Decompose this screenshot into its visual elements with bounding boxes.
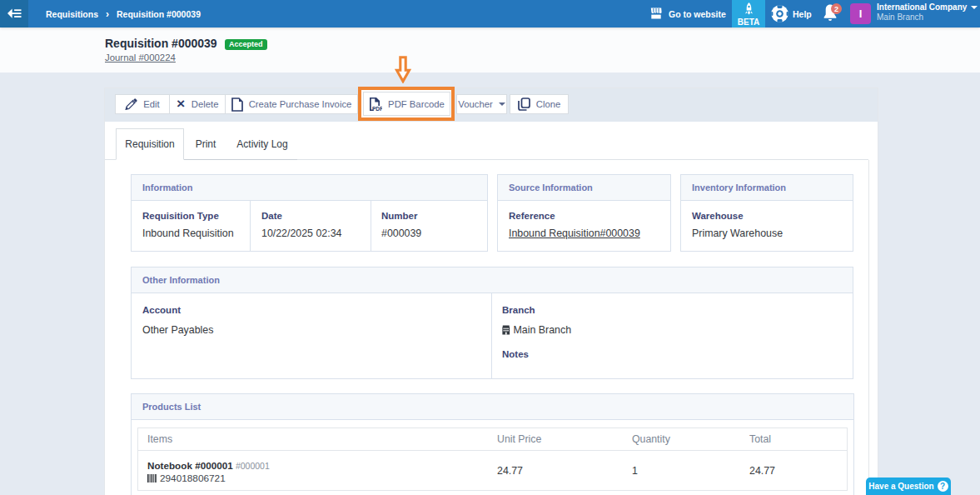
svg-text:PDF: PDF bbox=[372, 105, 382, 111]
